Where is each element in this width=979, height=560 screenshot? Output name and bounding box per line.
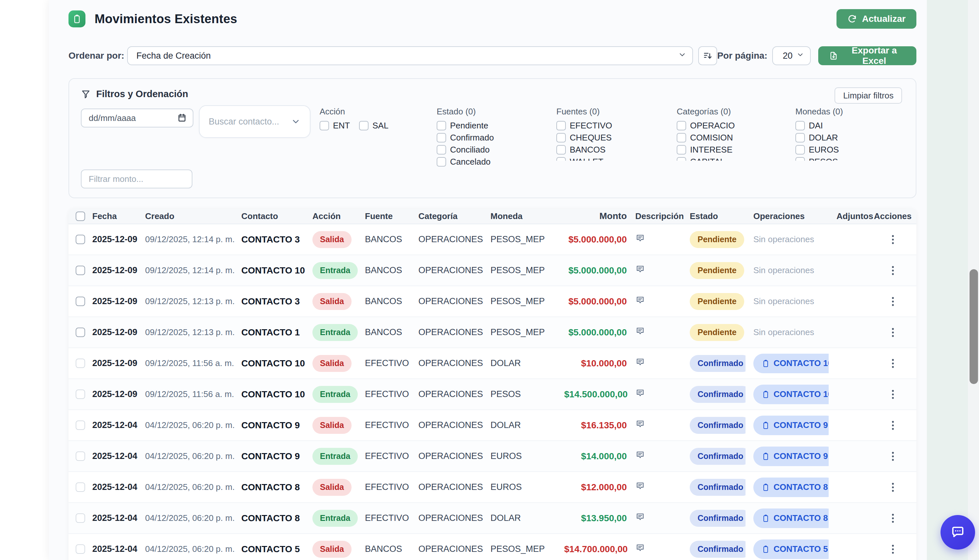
- filter-option[interactable]: INTERESE: [677, 145, 791, 155]
- filter-option[interactable]: COMISION: [677, 133, 791, 142]
- refresh-button[interactable]: Actualizar: [837, 9, 916, 29]
- operation-contact-button[interactable]: CONTACTO 9: [753, 447, 829, 466]
- checkbox[interactable]: [556, 157, 566, 161]
- description-comment-icon[interactable]: [635, 419, 645, 429]
- row-checkbox[interactable]: [76, 328, 85, 337]
- checkbox[interactable]: [437, 133, 446, 142]
- filter-option[interactable]: OPERACIO: [677, 121, 791, 130]
- column-header-estado[interactable]: Estado: [682, 211, 746, 221]
- row-actions-menu-button[interactable]: [886, 231, 901, 248]
- date-filter-input[interactable]: [81, 108, 193, 127]
- filter-option[interactable]: WALLET: [556, 157, 670, 161]
- operation-contact-button[interactable]: CONTACTO 5: [753, 540, 829, 559]
- filter-option[interactable]: Cancelado: [437, 157, 551, 167]
- filter-option[interactable]: EFECTIVO: [556, 121, 670, 130]
- operation-contact-button[interactable]: CONTACTO 10: [753, 385, 829, 404]
- description-comment-icon[interactable]: [635, 543, 645, 553]
- operation-contact-button[interactable]: CONTACTO 8: [753, 478, 829, 497]
- filter-option[interactable]: CAPITAL: [677, 157, 791, 161]
- row-actions-menu-button[interactable]: [886, 386, 901, 403]
- description-comment-icon[interactable]: [635, 512, 645, 522]
- row-checkbox[interactable]: [76, 544, 85, 554]
- row-actions-menu-button[interactable]: [886, 355, 901, 372]
- filter-option[interactable]: Confirmado: [437, 133, 551, 142]
- row-actions-menu-button[interactable]: [886, 540, 901, 558]
- row-checkbox[interactable]: [76, 358, 85, 368]
- filter-option[interactable]: CHEQUES: [556, 133, 670, 142]
- description-comment-icon[interactable]: [635, 295, 645, 305]
- filter-option-ent[interactable]: ENT: [320, 121, 350, 130]
- checkbox[interactable]: [437, 121, 446, 130]
- sort-direction-button[interactable]: [698, 46, 717, 65]
- checkbox[interactable]: [796, 145, 805, 155]
- filter-option[interactable]: Conciliado: [437, 145, 551, 155]
- clear-filters-button[interactable]: Limpiar filtros: [834, 87, 902, 104]
- description-comment-icon[interactable]: [635, 326, 645, 336]
- row-checkbox[interactable]: [76, 420, 85, 430]
- column-header-moneda[interactable]: Moneda: [490, 211, 564, 221]
- description-comment-icon[interactable]: [635, 450, 645, 460]
- checkbox[interactable]: [677, 133, 686, 142]
- description-comment-icon[interactable]: [635, 357, 645, 367]
- row-checkbox[interactable]: [76, 513, 85, 523]
- description-comment-icon[interactable]: [635, 264, 645, 274]
- chat-fab-button[interactable]: [941, 515, 975, 550]
- checkbox[interactable]: [677, 145, 686, 155]
- scrollbar-thumb[interactable]: [969, 269, 978, 384]
- filter-option[interactable]: Pendiente: [437, 121, 551, 130]
- checkbox[interactable]: [359, 121, 369, 130]
- checkbox[interactable]: [796, 133, 805, 142]
- sort-by-select[interactable]: Fecha de Creación: [127, 46, 693, 65]
- checkbox[interactable]: [677, 121, 686, 130]
- checkbox[interactable]: [556, 121, 566, 130]
- column-header-operaciones[interactable]: Operaciones: [746, 211, 829, 221]
- row-actions-menu-button[interactable]: [886, 262, 901, 279]
- export-excel-button[interactable]: Exportar a Excel: [818, 46, 916, 65]
- checkbox[interactable]: [556, 133, 566, 142]
- column-header-acciones[interactable]: Acciones: [869, 211, 916, 221]
- row-checkbox[interactable]: [76, 297, 85, 306]
- filter-option[interactable]: BANCOS: [556, 145, 670, 155]
- checkbox[interactable]: [796, 157, 805, 161]
- filter-option[interactable]: DOLAR: [796, 133, 909, 142]
- filter-option-sal[interactable]: SAL: [359, 121, 389, 130]
- row-actions-menu-button[interactable]: [886, 448, 901, 465]
- row-actions-menu-button[interactable]: [886, 293, 901, 310]
- row-actions-menu-button[interactable]: [886, 417, 901, 434]
- description-comment-icon[interactable]: [635, 388, 645, 398]
- column-header-contacto[interactable]: Contacto: [241, 211, 312, 221]
- row-actions-menu-button[interactable]: [886, 478, 901, 496]
- description-comment-icon[interactable]: [635, 233, 645, 243]
- contact-search-select[interactable]: Buscar contacto...: [199, 105, 310, 138]
- column-header-fecha[interactable]: Fecha: [92, 211, 145, 221]
- operation-contact-button[interactable]: CONTACTO 9: [753, 416, 829, 435]
- operation-contact-button[interactable]: CONTACTO 10: [753, 354, 829, 373]
- column-header-creado[interactable]: Creado: [145, 211, 241, 221]
- checkbox[interactable]: [437, 157, 446, 167]
- checkbox[interactable]: [556, 145, 566, 155]
- amount-filter-input[interactable]: [81, 170, 192, 188]
- column-header-fuente[interactable]: Fuente: [365, 211, 419, 221]
- operation-contact-button[interactable]: CONTACTO 8: [753, 508, 829, 528]
- row-checkbox[interactable]: [76, 482, 85, 492]
- row-actions-menu-button[interactable]: [886, 324, 901, 341]
- row-actions-menu-button[interactable]: [886, 510, 901, 527]
- checkbox[interactable]: [677, 157, 686, 161]
- row-checkbox[interactable]: [76, 452, 85, 461]
- per-page-select[interactable]: 20: [772, 46, 811, 65]
- select-all-checkbox[interactable]: [76, 212, 85, 221]
- column-header-monto[interactable]: Monto: [564, 211, 627, 221]
- column-header-accion[interactable]: Acción: [312, 211, 365, 221]
- checkbox[interactable]: [437, 145, 446, 155]
- description-comment-icon[interactable]: [635, 481, 645, 491]
- column-header-descripcion[interactable]: Descripción: [627, 211, 682, 221]
- checkbox[interactable]: [796, 121, 805, 130]
- row-checkbox[interactable]: [76, 235, 85, 244]
- filter-option[interactable]: DAI: [796, 121, 909, 130]
- row-checkbox[interactable]: [76, 266, 85, 275]
- column-header-categoria[interactable]: Categoría: [419, 211, 490, 221]
- filter-option[interactable]: EUROS: [796, 145, 909, 155]
- checkbox[interactable]: [320, 121, 329, 130]
- column-header-adjuntos[interactable]: Adjuntos: [829, 211, 869, 221]
- row-checkbox[interactable]: [76, 390, 85, 399]
